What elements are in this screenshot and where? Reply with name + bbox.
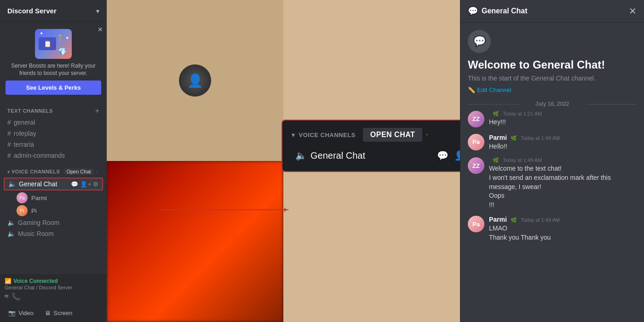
speaker-icon: 🔈 — [7, 219, 15, 226]
boost-image-inner: ↑ 📋 💎 ✦ ✦ — [35, 29, 72, 59]
text-channels-header[interactable]: TEXT CHANNELS + — [4, 107, 103, 115]
popup-speaker-icon: 🔈 — [295, 150, 307, 161]
voice-channel-music-room[interactable]: 🔈 Music Room — [4, 228, 103, 239]
settings-icon[interactable]: ⚙ — [93, 181, 98, 188]
spacer — [0, 241, 107, 274]
invite-icon[interactable]: 👤+ — [80, 181, 91, 188]
msg-header-1: 🌿 Today at 1:21 AM — [489, 111, 637, 117]
boost-arrow-icon: ↑ — [57, 30, 63, 45]
popup-section-label: VOICE CHANNELS — [299, 132, 356, 138]
close-panel-button[interactable]: ✕ — [629, 6, 637, 17]
boost-badge: 🌿 — [511, 135, 517, 141]
chevron-icon: ▾ — [7, 169, 10, 174]
hash-icon: # — [7, 119, 11, 126]
sparkle-icon: ✦ — [40, 31, 43, 36]
right-panel: 💬 General Chat ✕ 💬 Welcome to General Ch… — [460, 0, 644, 322]
video-button[interactable]: 📷 Video — [5, 308, 37, 318]
voice-disconnect-icon[interactable]: 📞 — [12, 292, 21, 301]
video-icon: 📷 — [8, 310, 16, 316]
welcome-icon: 💬 — [468, 30, 491, 53]
msg-text: Welcome to the text chat! I won't send a… — [489, 164, 637, 209]
text-channels-label: TEXT CHANNELS — [7, 108, 53, 114]
video-label: Video — [18, 310, 34, 316]
avatar-inner: 👤 — [179, 64, 211, 97]
blurred-thumbnail — [107, 161, 283, 322]
voice-settings-icon[interactable]: ≈ — [5, 292, 9, 301]
msg-timestamp: Today at 1:49 AM — [503, 157, 542, 163]
right-panel-title: General Chat — [482, 7, 528, 15]
edit-channel-link[interactable]: ✏️ Edit Channel — [468, 86, 637, 93]
right-panel-header: 💬 General Chat ✕ — [460, 0, 644, 23]
popup-channel-row[interactable]: 🔈 General Chat 💬 👤 ⚙ — [292, 147, 460, 164]
avatar: Pa — [468, 134, 484, 150]
msg-header-3: 🌿 Today at 1:49 AM — [489, 157, 637, 163]
msg-header-2: Parmi 🌿 Today at 1:49 AM — [489, 134, 637, 141]
voice-popup: ▾ VOICE CHANNELS Open Chat · 🔈 General C… — [282, 120, 460, 172]
msg-timestamp: Today at 1:21 AM — [503, 111, 542, 116]
chevron-down-icon: ▾ — [96, 7, 99, 15]
popup-channel-name: General Chat — [310, 150, 433, 161]
voice-channel-name: Gaming Room — [18, 219, 59, 226]
voice-channels-section: ▾ VOICE CHANNELS Open Chat · 🔈 General C… — [0, 163, 107, 241]
boost-banner: ✕ ↑ 📋 💎 ✦ ✦ Server Boosts are here! Rall… — [0, 22, 107, 99]
boost-gem-icon: 💎 — [58, 47, 67, 56]
boost-badge: 🌿 — [493, 111, 499, 117]
edit-channel-label: Edit Channel — [477, 86, 511, 93]
right-panel-body[interactable]: 💬 Welcome to General Chat! This is the s… — [460, 23, 644, 322]
boost-badge: 🌿 — [493, 157, 499, 163]
msg-text: Hello!! — [489, 142, 637, 151]
avatar: Pa — [17, 192, 28, 203]
channel-name: terraria — [14, 141, 34, 148]
voice-channel-actions: 💬 👤+ ⚙ — [71, 181, 98, 188]
screen-button[interactable]: 🖥 Screen — [41, 308, 76, 318]
sidebar: Discord Server ▾ ✕ ↑ 📋 💎 ✦ ✦ Server Boos… — [0, 0, 107, 322]
voice-connected-sub: General Chat / Discord Server — [5, 285, 102, 290]
channel-name: roleplay — [14, 130, 36, 137]
popup-chat-icon[interactable]: 💬 — [437, 150, 448, 161]
msg-username: Parmi — [489, 134, 507, 141]
channel-general[interactable]: # general — [4, 117, 103, 128]
popup-voice-header: ▾ VOICE CHANNELS Open Chat · — [292, 128, 460, 142]
member-name-pi: Pi — [31, 207, 37, 214]
channel-admin-commands[interactable]: # admin-commands — [4, 150, 103, 161]
pencil-icon: ✏️ — [468, 86, 475, 93]
chat-bubble-icon: 💬 — [473, 35, 486, 47]
see-levels-perks-button[interactable]: See Levels & Perks — [6, 80, 101, 95]
msg-timestamp: Today at 1:49 AM — [521, 135, 560, 141]
open-chat-badge: Open Chat — [63, 168, 93, 175]
chat-icon[interactable]: 💬 — [71, 181, 78, 188]
speaker-icon: 🔈 — [8, 180, 16, 188]
voice-channel-name: Music Room — [18, 230, 54, 237]
voice-channels-label: VOICE CHANNELS — [12, 169, 60, 174]
msg-username: Parmi — [489, 216, 507, 223]
channel-roleplay[interactable]: # roleplay — [4, 128, 103, 139]
sparkle-icon-2: ✦ — [65, 35, 69, 40]
voice-channel-general-chat[interactable]: 🔈 General Chat 💬 👤+ ⚙ — [4, 178, 103, 190]
right-panel-title-row: 💬 General Chat — [468, 6, 528, 16]
popup-invite-icon[interactable]: 👤 — [454, 150, 460, 161]
red-arrow-line — [160, 209, 288, 210]
channel-terraria[interactable]: # terraria — [4, 139, 103, 150]
voice-channels-header[interactable]: ▾ VOICE CHANNELS Open Chat · — [4, 167, 103, 177]
hash-icon: # — [7, 130, 11, 137]
main-content: 👤 ▾ VOICE CHANNELS Open Chat · 🔈 General… — [107, 0, 460, 322]
server-header[interactable]: Discord Server ▾ — [0, 0, 107, 22]
popup-open-chat-badge[interactable]: Open Chat — [363, 128, 423, 142]
msg-timestamp: Today at 1:49 AM — [521, 217, 560, 223]
voice-channel-gaming-room[interactable]: 🔈 Gaming Room — [4, 217, 103, 228]
message-content-1: 🌿 Today at 1:21 AM Hey!!! — [489, 111, 637, 127]
boost-text: Server Boosts are here! Rally your frien… — [6, 63, 101, 77]
add-channel-icon[interactable]: + — [95, 107, 99, 115]
speaker-icon: 🔈 — [7, 230, 15, 237]
avatar: Pi — [17, 205, 28, 216]
message-group-3: ZZ 🌿 Today at 1:49 AM Welcome to the tex… — [468, 157, 637, 209]
boost-badge: 🌿 — [511, 217, 517, 223]
video-avatar-1: 👤 — [179, 64, 211, 97]
chevron-small-icon: · — [97, 168, 98, 175]
bottom-bar: 📷 Video 🖥 Screen — [0, 304, 107, 322]
popup-chevron-right-icon: · — [426, 131, 428, 138]
close-icon[interactable]: ✕ — [98, 26, 103, 33]
video-cell-bottom-right — [283, 161, 460, 322]
voice-member-parmi[interactable]: Pa Parmi — [4, 191, 103, 204]
voice-member-pi[interactable]: Pi Pi — [4, 204, 103, 217]
